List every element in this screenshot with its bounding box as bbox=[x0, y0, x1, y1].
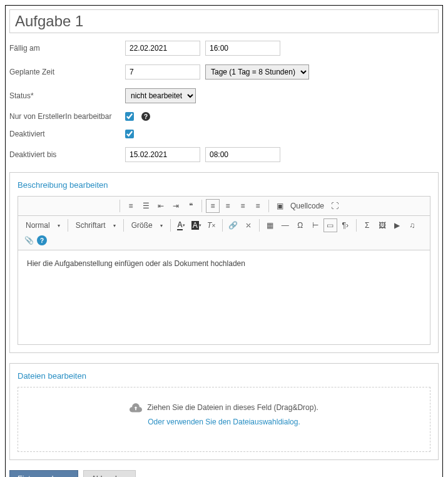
planned-time-input[interactable] bbox=[125, 64, 200, 80]
bg-color-icon[interactable]: A▾ bbox=[190, 218, 203, 232]
source-label[interactable]: Quellcode bbox=[288, 202, 327, 210]
deactivated-checkbox[interactable] bbox=[125, 130, 134, 138]
attachment-icon[interactable]: 📎 bbox=[22, 233, 36, 247]
files-section: Dateien bearbeiten Ziehen Sie die Dateie… bbox=[9, 363, 439, 460]
file-dropzone[interactable]: Ziehen Sie die Dateien in dieses Feld (D… bbox=[18, 387, 430, 452]
numbered-list-icon[interactable]: ≡ bbox=[124, 199, 138, 213]
dropzone-text: Ziehen Sie die Dateien in dieses Feld (D… bbox=[147, 403, 318, 412]
image-icon[interactable]: 🖼 bbox=[375, 218, 389, 232]
clear-format-icon[interactable]: T× bbox=[205, 218, 218, 232]
unlink-icon[interactable]: ⤫ bbox=[242, 218, 255, 232]
align-right-icon[interactable]: ≡ bbox=[236, 199, 250, 213]
cloud-upload-icon bbox=[130, 403, 142, 413]
file-dialog-link[interactable]: Oder verwenden Sie den Dateiauswahldialo… bbox=[148, 418, 300, 426]
link-icon[interactable]: 🔗 bbox=[227, 218, 240, 232]
planned-time-label: Geplante Zeit bbox=[9, 68, 125, 76]
editor-content-area[interactable]: Hier die Aufgabenstellung einfügen oder … bbox=[18, 250, 430, 344]
bullet-list-icon[interactable]: ☰ bbox=[139, 199, 153, 213]
description-section: Beschreibung bearbeiten ≡ ☰ ⇤ ⇥ ❝ ≡ ≡ ≡ … bbox=[9, 172, 439, 353]
page-break-icon[interactable]: ⊢ bbox=[308, 218, 322, 232]
page-title: Aufgabe 1 bbox=[15, 13, 433, 30]
indent-icon[interactable]: ⇥ bbox=[169, 199, 183, 213]
description-title: Beschreibung bearbeiten bbox=[18, 180, 430, 190]
audio-icon[interactable]: ♫ bbox=[405, 218, 419, 232]
text-color-icon[interactable]: A▾ bbox=[175, 218, 188, 232]
due-time-input[interactable] bbox=[205, 41, 280, 56]
files-title: Dateien bearbeiten bbox=[18, 371, 430, 381]
rich-text-editor: ≡ ☰ ⇤ ⇥ ❝ ≡ ≡ ≡ ≡ ▣ Quellcode ⛶ Normal▾ … bbox=[18, 196, 430, 345]
title-box: Aufgabe 1 bbox=[9, 9, 439, 33]
align-center-icon[interactable]: ≡ bbox=[221, 199, 235, 213]
table-icon[interactable]: ▦ bbox=[263, 218, 277, 232]
owner-only-label: Nur von ErstellerIn bearbeitbar bbox=[9, 112, 125, 121]
help-icon[interactable]: ? bbox=[141, 112, 150, 121]
paragraph-format-dropdown[interactable]: Normal▾ bbox=[22, 220, 64, 231]
maximize-icon[interactable]: ⛶ bbox=[328, 199, 342, 213]
ltr-icon[interactable]: ¶› bbox=[339, 218, 352, 232]
blockquote-icon[interactable]: ❝ bbox=[184, 199, 198, 213]
deactivated-until-label: Deaktiviert bis bbox=[9, 150, 125, 159]
align-justify-icon[interactable]: ≡ bbox=[251, 199, 265, 213]
source-icon[interactable]: ▣ bbox=[273, 199, 287, 213]
font-dropdown[interactable]: Schriftart▾ bbox=[72, 220, 120, 231]
align-left-icon[interactable]: ≡ bbox=[206, 199, 220, 213]
show-blocks-icon[interactable]: ▭ bbox=[323, 218, 337, 232]
status-select[interactable]: nicht bearbeitet bbox=[125, 88, 196, 103]
editor-text: Hier die Aufgabenstellung einfügen oder … bbox=[27, 259, 245, 268]
editor-help-icon[interactable]: ? bbox=[37, 235, 47, 245]
due-date-label: Fällig am bbox=[9, 44, 125, 53]
owner-only-checkbox[interactable] bbox=[125, 112, 134, 121]
cancel-button[interactable]: Abbrechen bbox=[83, 470, 136, 477]
deactivated-until-date-input[interactable] bbox=[125, 147, 200, 162]
video-icon[interactable]: ▶ bbox=[390, 218, 404, 232]
deactivated-label: Deaktiviert bbox=[9, 130, 125, 138]
planned-unit-select[interactable]: Tage (1 Tag = 8 Stunden) bbox=[205, 64, 309, 80]
outdent-icon[interactable]: ⇤ bbox=[154, 199, 168, 213]
status-label: Status* bbox=[9, 91, 125, 100]
special-char-icon[interactable]: Ω bbox=[293, 218, 307, 232]
hr-icon[interactable]: — bbox=[278, 218, 292, 232]
formula-icon[interactable]: Σ bbox=[360, 218, 374, 232]
due-date-input[interactable] bbox=[125, 41, 200, 56]
size-dropdown[interactable]: Größe▾ bbox=[128, 220, 166, 231]
deactivated-until-time-input[interactable] bbox=[205, 147, 280, 162]
submit-button[interactable]: Eintrag anlegen bbox=[9, 470, 78, 477]
